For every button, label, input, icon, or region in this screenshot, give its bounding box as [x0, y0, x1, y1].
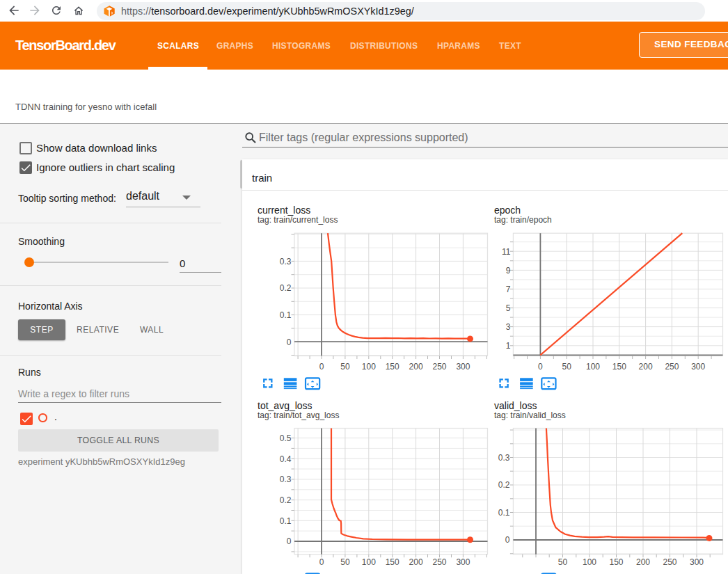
- svg-text:200: 200: [409, 557, 423, 567]
- svg-text:0: 0: [319, 362, 324, 372]
- svg-text:1: 1: [506, 341, 511, 351]
- svg-text:250: 250: [663, 557, 676, 567]
- svg-text:0.3: 0.3: [498, 453, 510, 463]
- svg-text:250: 250: [432, 362, 446, 372]
- svg-text:0.1: 0.1: [498, 508, 510, 518]
- svg-text:300: 300: [690, 557, 704, 567]
- svg-text:50: 50: [340, 557, 350, 567]
- svg-text:0: 0: [319, 557, 324, 567]
- svg-text:300: 300: [691, 362, 705, 372]
- svg-text:0: 0: [538, 362, 543, 372]
- svg-text:100: 100: [362, 557, 376, 567]
- svg-text:200: 200: [636, 557, 650, 567]
- svg-text:150: 150: [386, 557, 399, 567]
- svg-text:0.3: 0.3: [280, 475, 292, 484]
- svg-text:0.1: 0.1: [280, 310, 292, 320]
- svg-text:0.3: 0.3: [280, 257, 292, 266]
- svg-text:150: 150: [609, 557, 623, 567]
- svg-text:0.2: 0.2: [280, 495, 292, 505]
- svg-text:250: 250: [665, 362, 679, 372]
- svg-text:0.2: 0.2: [280, 283, 292, 293]
- svg-text:100: 100: [362, 362, 376, 372]
- svg-text:50: 50: [340, 362, 350, 372]
- svg-text:200: 200: [639, 362, 653, 372]
- svg-text:150: 150: [612, 362, 626, 372]
- svg-text:300: 300: [456, 557, 470, 567]
- svg-text:9: 9: [506, 266, 511, 276]
- svg-text:11: 11: [502, 247, 511, 257]
- svg-text:5: 5: [506, 303, 511, 313]
- svg-text:150: 150: [386, 362, 399, 372]
- svg-text:100: 100: [586, 362, 600, 372]
- svg-text:0: 0: [505, 535, 510, 545]
- svg-text:0: 0: [287, 337, 292, 347]
- svg-text:250: 250: [432, 557, 446, 567]
- svg-text:0.5: 0.5: [280, 433, 292, 443]
- svg-text:50: 50: [562, 362, 572, 372]
- svg-text:0.4: 0.4: [280, 454, 292, 464]
- svg-text:0.2: 0.2: [498, 480, 510, 490]
- svg-text:200: 200: [409, 362, 423, 372]
- svg-text:300: 300: [456, 362, 470, 372]
- svg-text:3: 3: [506, 322, 511, 332]
- svg-text:0: 0: [287, 536, 292, 546]
- svg-text:100: 100: [583, 557, 596, 567]
- svg-text:7: 7: [506, 285, 511, 294]
- svg-text:50: 50: [558, 557, 568, 567]
- svg-text:0.1: 0.1: [280, 516, 292, 526]
